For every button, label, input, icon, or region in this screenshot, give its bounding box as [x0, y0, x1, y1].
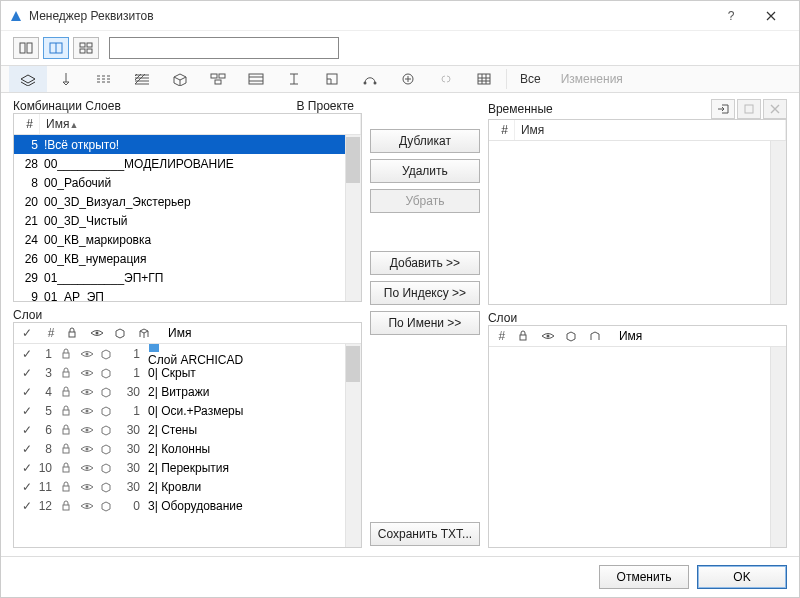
layer-row[interactable]: ✓6302| Стены [14, 420, 361, 439]
layer-row[interactable]: ✓10302| Перекрытия [14, 458, 361, 477]
view-list-button[interactable] [13, 37, 39, 59]
combi-row[interactable]: 2600_КВ_нумерация [14, 249, 361, 268]
eye-icon[interactable] [80, 349, 98, 359]
hdr-check-icon[interactable]: ✓ [18, 326, 36, 340]
lock-icon[interactable] [60, 462, 78, 474]
tab-layers-icon[interactable] [9, 66, 47, 92]
layer-row[interactable]: ✓510| Оси.+Размеры [14, 401, 361, 420]
tab-fills-icon[interactable] [123, 66, 161, 92]
layer-row[interactable]: ✓310| Скрыт [14, 363, 361, 382]
combi-row[interactable]: 800_Рабочий [14, 173, 361, 192]
hdr-hash[interactable]: # [42, 326, 60, 340]
combi-row[interactable]: 2100_3D_Чистый [14, 211, 361, 230]
tab-pens-icon[interactable] [47, 66, 85, 92]
scrollbar[interactable] [770, 141, 786, 304]
cube-icon[interactable] [100, 348, 118, 360]
hdr-lock-icon[interactable] [517, 330, 535, 342]
check-icon[interactable]: ✓ [18, 347, 36, 361]
check-icon[interactable]: ✓ [18, 385, 36, 399]
combi-list[interactable]: # Имя▲ 5!Всё открыто!2800__________МОДЕЛ… [13, 113, 362, 302]
hdr-3d-icon[interactable] [565, 330, 583, 342]
tab-grid-icon[interactable] [465, 66, 503, 92]
cube-icon[interactable] [100, 443, 118, 455]
by-name-button[interactable]: По Имени >> [370, 311, 480, 335]
tab-zones-icon[interactable] [313, 66, 351, 92]
hdr-3d-icon[interactable] [114, 327, 132, 339]
combi-row[interactable]: 2901__________ЭП+ГП [14, 268, 361, 287]
col-hash[interactable]: # [14, 114, 40, 134]
layer-row[interactable]: ✓1203| Оборудование [14, 496, 361, 515]
eye-icon[interactable] [80, 368, 98, 378]
lock-icon[interactable] [60, 500, 78, 512]
import-button[interactable] [711, 99, 735, 119]
scrollbar[interactable] [770, 347, 786, 547]
layer-row[interactable]: ✓4302| Витражи [14, 382, 361, 401]
temp-list[interactable]: # Имя [488, 119, 787, 305]
scroll-thumb[interactable] [346, 137, 360, 183]
tab-opcl-icon[interactable] [389, 66, 427, 92]
cube-icon[interactable] [100, 462, 118, 474]
check-icon[interactable]: ✓ [18, 366, 36, 380]
scroll-thumb[interactable] [346, 346, 360, 382]
save-txt-button[interactable]: Сохранить TXT... [370, 522, 480, 546]
check-icon[interactable]: ✓ [18, 480, 36, 494]
layers-list[interactable]: ✓ # Имя ✓11Слой ARCHICAD✓310| Скрыт✓4302… [13, 322, 362, 548]
toolbar-all[interactable]: Все [510, 72, 551, 86]
lock-icon[interactable] [60, 481, 78, 493]
eye-icon[interactable] [80, 463, 98, 473]
hdr-hash[interactable]: # [493, 329, 511, 343]
check-icon[interactable]: ✓ [18, 442, 36, 456]
cube-icon[interactable] [100, 481, 118, 493]
tab-profiles-icon[interactable] [275, 66, 313, 92]
eye-icon[interactable] [80, 425, 98, 435]
layers-right-list[interactable]: # Имя [488, 325, 787, 548]
view-split-button[interactable] [43, 37, 69, 59]
check-icon[interactable]: ✓ [18, 404, 36, 418]
tab-composites-icon[interactable] [237, 66, 275, 92]
by-index-button[interactable]: По Индексу >> [370, 281, 480, 305]
cube-icon[interactable] [100, 500, 118, 512]
check-icon[interactable]: ✓ [18, 499, 36, 513]
scrollbar[interactable] [345, 135, 361, 301]
combi-row[interactable]: 2800__________МОДЕЛИРОВАНИЕ [14, 154, 361, 173]
col-name[interactable]: Имя▲ [40, 114, 361, 134]
tab-surfaces-icon[interactable] [161, 66, 199, 92]
check-icon[interactable]: ✓ [18, 423, 36, 437]
tab-buildmat-icon[interactable] [199, 66, 237, 92]
tab-lines-icon[interactable] [85, 66, 123, 92]
hdr-name[interactable]: Имя [613, 329, 642, 343]
lock-icon[interactable] [60, 386, 78, 398]
col-name[interactable]: Имя [515, 120, 786, 140]
layer-row[interactable]: ✓8302| Колонны [14, 439, 361, 458]
combi-row[interactable]: 2000_3D_Визуал_Экстерьер [14, 192, 361, 211]
eye-icon[interactable] [80, 501, 98, 511]
col-hash[interactable]: # [489, 120, 515, 140]
hdr-wire-icon[interactable] [138, 327, 156, 339]
tab-mep-icon[interactable] [351, 66, 389, 92]
eye-icon[interactable] [80, 387, 98, 397]
combi-row[interactable]: 901_АР_ЭП [14, 287, 361, 301]
lock-icon[interactable] [60, 424, 78, 436]
check-icon[interactable]: ✓ [18, 461, 36, 475]
scrollbar[interactable] [345, 344, 361, 547]
hdr-wire-icon[interactable] [589, 330, 607, 342]
delete-button[interactable]: Удалить [370, 159, 480, 183]
hdr-lock-icon[interactable] [66, 327, 84, 339]
layer-row[interactable]: ✓11302| Кровли [14, 477, 361, 496]
combi-row[interactable]: 5!Всё открыто! [14, 135, 361, 154]
cube-icon[interactable] [100, 405, 118, 417]
duplicate-button[interactable]: Дубликат [370, 129, 480, 153]
hdr-name[interactable]: Имя [162, 326, 191, 340]
view-grid-button[interactable] [73, 37, 99, 59]
eye-icon[interactable] [80, 406, 98, 416]
help-button[interactable]: ? [711, 2, 751, 30]
search-input[interactable] [109, 37, 339, 59]
add-button[interactable]: Добавить >> [370, 251, 480, 275]
eye-icon[interactable] [80, 482, 98, 492]
close-button[interactable] [751, 2, 791, 30]
layer-row[interactable]: ✓11Слой ARCHICAD [14, 344, 361, 363]
ok-button[interactable]: OK [697, 565, 787, 589]
cancel-button[interactable]: Отменить [599, 565, 689, 589]
lock-icon[interactable] [60, 348, 78, 360]
lock-icon[interactable] [60, 367, 78, 379]
